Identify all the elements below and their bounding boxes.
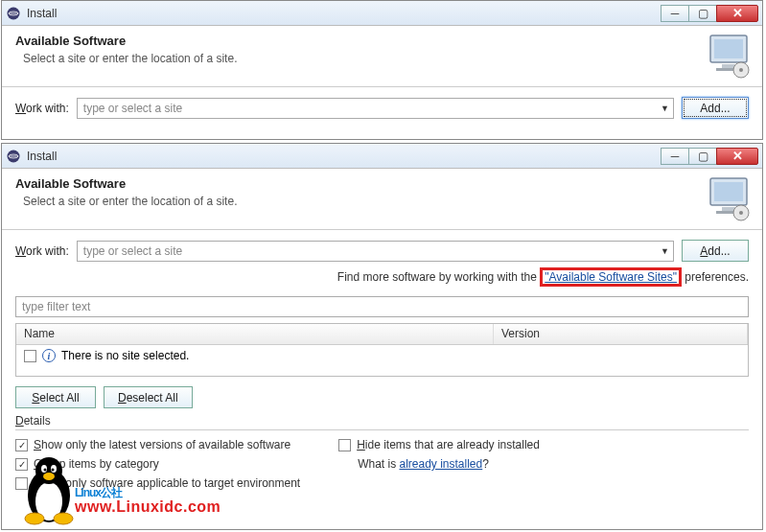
applicable-checkbox[interactable]: Show only software applicable to target … (15, 476, 300, 490)
install-window-1: Install ─ ▢ ✕ Available Software Select … (1, 0, 763, 140)
eclipse-icon (6, 149, 21, 164)
install-image-icon (705, 174, 753, 222)
titlebar[interactable]: Install ─ ▢ ✕ (2, 1, 762, 26)
body: Work with: type or select a site ▼ Add..… (2, 87, 762, 134)
close-button[interactable]: ✕ (716, 148, 758, 165)
available-sites-link[interactable]: "Available Software Sites" (545, 270, 677, 284)
what-is-installed: What is already installed? (358, 457, 540, 471)
already-installed-link[interactable]: already installed (400, 457, 483, 471)
banner: Available Software Select a site or ente… (2, 26, 762, 87)
work-with-label: Work with: (15, 102, 69, 115)
col-version[interactable]: Version (494, 324, 748, 344)
banner-subtitle: Select a site or enter the location of a… (23, 52, 749, 65)
add-button[interactable]: Add... (682, 240, 749, 262)
svg-rect-3 (714, 39, 743, 58)
highlight-box: "Available Software Sites" (540, 267, 682, 287)
svg-rect-11 (714, 182, 743, 201)
find-more-text: Find more software by working with the "… (15, 267, 749, 287)
minimize-button[interactable]: ─ (661, 5, 689, 22)
svg-rect-4 (722, 64, 735, 68)
eclipse-icon (6, 6, 21, 21)
banner-title: Available Software (15, 176, 749, 191)
banner-subtitle: Select a site or enter the location of a… (23, 195, 749, 208)
options-right: Hide items that are already installed Wh… (338, 438, 540, 490)
options-area: ✓ Show only the latest versions of avail… (15, 438, 749, 490)
svg-rect-12 (722, 207, 735, 211)
install-image-icon (705, 32, 753, 80)
options-left: ✓ Show only the latest versions of avail… (15, 438, 300, 490)
add-button[interactable]: Add... (682, 97, 749, 119)
window-buttons: ─ ▢ ✕ (662, 5, 758, 22)
details-header: Details (15, 414, 749, 428)
chevron-down-icon: ▼ (661, 104, 669, 113)
col-name[interactable]: Name (16, 324, 494, 344)
work-with-row: Work with: type or select a site ▼ Add..… (15, 97, 749, 119)
close-button[interactable]: ✕ (716, 5, 758, 22)
info-icon: i (42, 349, 56, 362)
body: Work with: type or select a site ▼ Add..… (2, 230, 762, 499)
maximize-button[interactable]: ▢ (688, 5, 717, 22)
divider (15, 429, 749, 430)
chevron-down-icon: ▼ (661, 246, 669, 256)
work-with-combo[interactable]: type or select a site ▼ (77, 241, 674, 262)
hide-installed-checkbox[interactable]: Hide items that are already installed (338, 438, 540, 451)
group-by-category-checkbox[interactable]: ✓ Group items by category (15, 457, 300, 471)
window-buttons: ─ ▢ ✕ (662, 148, 758, 165)
svg-point-7 (739, 68, 743, 72)
row-checkbox[interactable] (24, 350, 36, 362)
work-with-row: Work with: type or select a site ▼ Add..… (15, 240, 749, 262)
table-row: i There is no site selected. (16, 345, 748, 366)
banner: Available Software Select a site or ente… (2, 169, 762, 230)
table-header: Name Version (16, 324, 748, 345)
install-window-2: Install ─ ▢ ✕ Available Software Select … (1, 143, 763, 530)
banner-title: Available Software (15, 34, 749, 48)
svg-point-15 (739, 211, 743, 215)
maximize-button[interactable]: ▢ (688, 148, 717, 165)
software-table[interactable]: Name Version i There is no site selected… (15, 323, 749, 377)
show-latest-checkbox[interactable]: ✓ Show only the latest versions of avail… (15, 438, 300, 451)
minimize-button[interactable]: ─ (661, 148, 689, 165)
work-with-label: Work with: (15, 244, 69, 258)
filter-input[interactable]: type filter text (15, 296, 749, 317)
window-title: Install (27, 7, 662, 20)
no-site-message: There is no site selected. (61, 349, 189, 362)
window-title: Install (27, 150, 662, 163)
select-all-button[interactable]: Select All (15, 386, 96, 408)
titlebar[interactable]: Install ─ ▢ ✕ (2, 144, 762, 169)
deselect-all-button[interactable]: Deselect All (104, 386, 193, 408)
selection-buttons: Select All Deselect All (15, 386, 749, 408)
work-with-combo[interactable]: type or select a site ▼ (77, 98, 674, 119)
